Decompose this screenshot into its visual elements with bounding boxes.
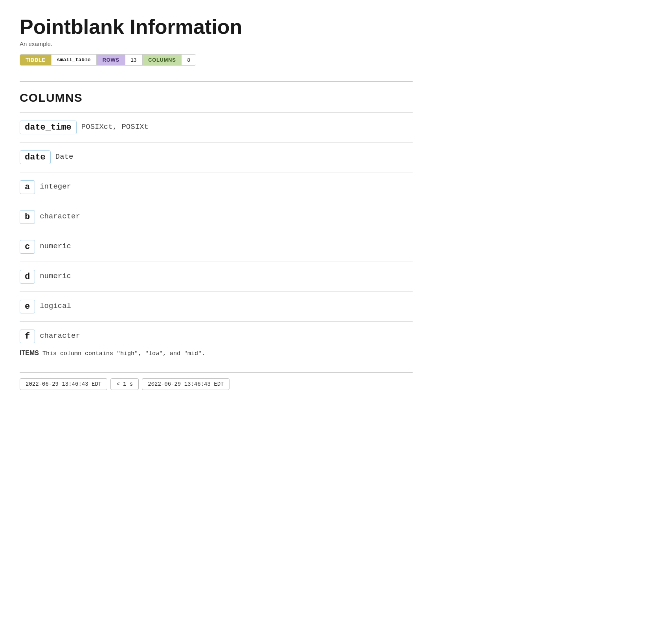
footer-timestamp-start: 2022-06-29 13:46:43 EDT bbox=[20, 378, 107, 390]
items-label: ITEMS bbox=[20, 350, 39, 356]
column-name-badge: e bbox=[20, 300, 35, 313]
column-type: logical bbox=[40, 300, 71, 310]
footer-duration: < 1 s bbox=[110, 378, 139, 390]
columns-badge-group: COLUMNS 8 bbox=[142, 55, 196, 65]
footer-row: 2022-06-29 13:46:43 EDT < 1 s 2022-06-29… bbox=[20, 372, 413, 390]
column-name-badge: b bbox=[20, 210, 35, 224]
column-type: Date bbox=[55, 150, 73, 161]
badges-row: TIBBLE small_table ROWS 13 COLUMNS 8 bbox=[20, 54, 196, 66]
tibble-badge-group: TIBBLE small_table bbox=[20, 55, 97, 65]
rows-badge-group: ROWS 13 bbox=[97, 55, 143, 65]
column-name-badge: date_time bbox=[20, 121, 77, 134]
tibble-value: small_table bbox=[51, 55, 97, 65]
column-row: bcharacter bbox=[20, 202, 413, 232]
page-subtitle: An example. bbox=[20, 40, 413, 47]
column-type: POSIXct, POSIXt bbox=[81, 121, 149, 131]
columns-list: date_timePOSIXct, POSIXtdateDateainteger… bbox=[20, 112, 413, 365]
column-row: dnumeric bbox=[20, 262, 413, 292]
rows-label: ROWS bbox=[97, 55, 125, 65]
column-type: integer bbox=[40, 180, 71, 191]
columns-label: COLUMNS bbox=[142, 55, 181, 65]
section-title: COLUMNS bbox=[20, 91, 413, 104]
column-name-badge: d bbox=[20, 270, 35, 284]
column-row: ainteger bbox=[20, 172, 413, 202]
column-name-badge: a bbox=[20, 180, 35, 194]
tibble-label: TIBBLE bbox=[20, 55, 51, 65]
column-type: numeric bbox=[40, 270, 71, 280]
column-row: fcharacterITEMS This column contains "hi… bbox=[20, 322, 413, 365]
footer-timestamp-end: 2022-06-29 13:46:43 EDT bbox=[142, 378, 230, 390]
column-name-badge: c bbox=[20, 240, 35, 254]
column-row: elogical bbox=[20, 292, 413, 322]
page-title: Pointblank Information bbox=[20, 16, 413, 38]
column-name-badge: f bbox=[20, 330, 35, 343]
column-type: character bbox=[40, 210, 80, 221]
column-row: date_timePOSIXct, POSIXt bbox=[20, 112, 413, 143]
rows-value: 13 bbox=[125, 55, 142, 65]
column-type: character bbox=[40, 330, 80, 340]
column-row: cnumeric bbox=[20, 232, 413, 262]
column-items-note: ITEMS This column contains "high", "low"… bbox=[20, 350, 413, 357]
header-divider bbox=[20, 81, 413, 82]
column-type: numeric bbox=[40, 240, 71, 251]
items-text: This column contains "high", "low", and … bbox=[39, 350, 205, 357]
columns-count-value: 8 bbox=[181, 55, 195, 65]
column-row: dateDate bbox=[20, 143, 413, 172]
column-name-badge: date bbox=[20, 150, 51, 164]
